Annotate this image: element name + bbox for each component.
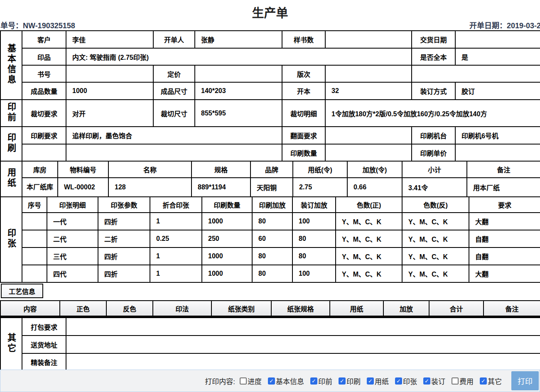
checkbox-item-basic-info[interactable]: 基本信息 [268, 376, 304, 386]
finished-size-label: 成品尺寸 [153, 82, 195, 100]
sheets-r3-print-qty: 1000 [202, 247, 252, 265]
progress-checkbox-label: 进度 [248, 376, 262, 386]
paper-material-no: WL-00002 [58, 178, 108, 197]
order-number-label: 单号： [0, 22, 23, 30]
sheets-header-equiv: 折合印张 [150, 197, 202, 213]
progress-checkbox[interactable] [240, 377, 247, 385]
delivery-date-label: 交货日期 [412, 31, 455, 48]
section-preprint-label: 印前 [7, 102, 16, 123]
paper-extra: 0.66 [347, 178, 402, 197]
print-empty-value [66, 144, 282, 161]
section-preprint: 印前 [0, 100, 22, 127]
creator-value: 张静 [195, 31, 282, 48]
sheets-r1-colors-back: Y、M、C、K [402, 213, 469, 230]
print-req-value: 追样印刷，墨色饱合 [66, 127, 282, 144]
sheets-header-detail: 印张明细 [47, 197, 98, 213]
checkbox-item-other[interactable]: 其它 [480, 376, 502, 386]
paper-header-spec: 规格 [191, 161, 250, 178]
checkbox-item-paper[interactable]: 用纸 [367, 376, 389, 386]
cut-detail-label: 裁切明细 [282, 100, 325, 127]
sheets-checkbox[interactable] [395, 377, 402, 385]
table-row: 基本信息 客户 李佳 开单人 张静 样书数 交货日期 [0, 31, 540, 48]
checkbox-item-preprint[interactable]: 印前 [310, 376, 332, 386]
section-paper-label: 用纸 [7, 168, 16, 189]
sheets-r4-equiv: 1 [150, 265, 202, 282]
sheets-r2-param: 二折 [98, 230, 150, 247]
section-basic-info: 基本信息 [0, 31, 22, 100]
sheets-r3-detail: 三代 [47, 247, 98, 265]
sheets-r1-print-extra: 80 [252, 213, 292, 230]
print-empty-label [22, 144, 66, 161]
sheets-r1-equiv: 1 [150, 213, 202, 230]
print-machine-label: 印刷机台 [412, 127, 455, 144]
paper-header-extra: 加放(令) [347, 161, 402, 178]
sheets-r1-detail: 一代 [47, 213, 98, 230]
paper-checkbox-label: 用纸 [375, 376, 389, 386]
checkbox-item-sheets[interactable]: 印张 [395, 376, 417, 386]
section-sheets-label: 印张 [7, 228, 16, 249]
sheets-data-row: 一代 四折 1 1000 80 100 Y、M、C、K Y、M、C、K 大翻 [0, 213, 540, 230]
sheets-r2-detail: 二代 [47, 230, 98, 247]
band-header-paper-spec: 纸张规格 [271, 301, 330, 316]
other-checkbox[interactable] [480, 377, 487, 385]
table-row: 书号 定价 版次 [0, 65, 540, 82]
checkbox-item-print[interactable]: 印刷 [339, 376, 361, 386]
sheets-header-colors-front: 色数(正) [336, 197, 402, 213]
sheets-r1-seq [22, 213, 47, 230]
sheets-data-row: 二代 二折 0.25 250 60 80 Y、M、C、K Y、M、C、K 自翻 [0, 230, 540, 247]
binding-method-value: 胶订 [455, 82, 540, 100]
meta-row: 单号：NW-190325158 开单日期：2019-03-25 [0, 19, 540, 30]
sheets-r2-equiv: 0.25 [150, 230, 202, 247]
band-header-back-color: 反色 [106, 301, 153, 316]
other-table: 其它 打包要求 送货地址 精装备注 [0, 317, 540, 371]
print-req-label: 印刷要求 [22, 127, 66, 144]
paper-header-use: 用纸(令) [293, 161, 347, 178]
section-other: 其它 [0, 318, 22, 371]
delivery-date-value [455, 31, 540, 48]
fullbook-value: 是 [455, 48, 540, 65]
print-button[interactable]: 打印 [511, 371, 539, 390]
basic-info-checkbox-label: 基本信息 [276, 376, 304, 386]
order-date-value: 2019-03-25 [507, 22, 540, 30]
paper-checkbox[interactable] [367, 377, 374, 385]
checkbox-item-progress[interactable]: 进度 [240, 376, 262, 386]
binding-checkbox[interactable] [423, 377, 430, 385]
paper-name: 128 [108, 178, 191, 197]
cost-checkbox[interactable] [452, 377, 459, 385]
checkbox-item-cost[interactable]: 费用 [452, 376, 474, 386]
sheets-r4-print-qty: 1000 [202, 265, 252, 282]
customer-label: 客户 [22, 31, 66, 48]
sheets-r2-print-qty: 250 [202, 230, 252, 247]
paper-header-name: 名称 [108, 161, 191, 178]
checkbox-item-binding[interactable]: 装订 [423, 376, 445, 386]
sheets-r1-param: 四折 [98, 213, 150, 230]
print-checkbox[interactable] [339, 377, 346, 385]
sheets-r4-print-extra: 80 [252, 265, 292, 282]
product-value: 内文: 驾驶指南 (2.75印张) [66, 48, 412, 65]
sheets-r2-req: 自翻 [469, 230, 540, 247]
sheets-r2-seq [22, 230, 47, 247]
sheets-r4-colors-front: Y、M、C、K [336, 265, 402, 282]
price-label: 定价 [153, 65, 195, 82]
print-qty-value [325, 144, 412, 161]
sheets-r3-bind-extra: 80 [292, 247, 336, 265]
table-row: 精装备注 [0, 353, 540, 371]
format-label: 开本 [282, 82, 325, 100]
sheets-data-row: 三代 四折 1 1000 80 80 Y、M、C、K Y、M、C、K 自翻 [0, 247, 540, 265]
finished-qty-value: 1000 [66, 82, 153, 100]
binding-checkbox-label: 装订 [431, 376, 445, 386]
table-row: 成品数量 1000 成品尺寸 140*203 开本 32 装订方式 胶订 [0, 82, 540, 100]
paper-spec: 889*1194 [191, 178, 250, 197]
basic-info-checkbox[interactable] [268, 377, 275, 385]
isbn-value [66, 65, 153, 82]
edition-extra-cell [412, 65, 540, 82]
sample-count-value [325, 31, 412, 48]
band-header-method: 印法 [153, 301, 211, 316]
packing-req-value [66, 318, 540, 336]
section-sheets: 印张 [0, 197, 22, 282]
preprint-checkbox[interactable] [310, 377, 317, 385]
sheets-r1-colors-front: Y、M、C、K [336, 213, 402, 230]
production-order-page: 生产单 单号：NW-190325158 开单日期：2019-03-25 基本信息… [0, 0, 540, 392]
creator-label: 开单人 [153, 31, 195, 48]
sheets-r2-colors-back: Y、M、C、K [402, 230, 469, 247]
